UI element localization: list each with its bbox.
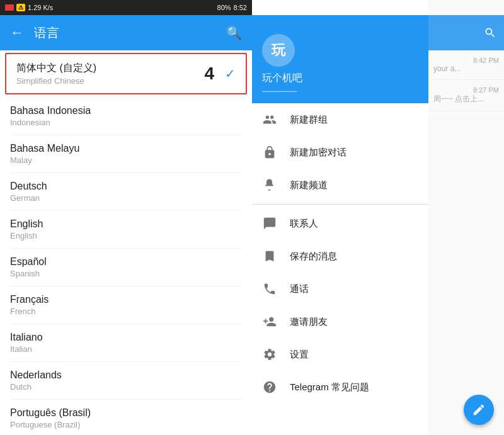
chat-list-item[interactable]: 8:42 PM your a... — [428, 50, 504, 80]
drawer-item-label: 通话 — [290, 283, 309, 295]
chat-header — [428, 15, 504, 50]
avatar: 玩 — [262, 34, 295, 67]
drawer-header: 玩 玩个机吧 ────── — [252, 15, 428, 103]
language-subtitle: Dutch — [10, 382, 242, 392]
phone-icon — [262, 281, 277, 297]
language-name: Français — [10, 294, 242, 305]
drawer-item-label: 新建群组 — [290, 114, 328, 126]
right-panel: ⚠ 0.11 K/s 80% 8:52 玩 玩个机吧 ────── 新建群组 — [252, 0, 504, 435]
warning-icon: ⚠ — [16, 4, 25, 11]
drawer-item-contacts[interactable]: 联系人 — [252, 207, 428, 240]
list-item[interactable]: Nederlands Dutch — [0, 362, 252, 399]
language-name: Deutsch — [10, 181, 242, 192]
chat-time: 8:42 PM — [433, 57, 499, 64]
list-item[interactable]: Français French — [0, 286, 252, 324]
back-button[interactable]: ← — [10, 25, 24, 41]
language-name: Português (Brasil) — [10, 407, 242, 419]
list-item[interactable]: 简体中文 (自定义) Simplified Chinese 4 ✓ — [5, 53, 247, 94]
language-subtitle: Portuguese (Brazil) — [10, 420, 242, 429]
drawer-item-invite[interactable]: 邀请朋友 — [252, 305, 428, 338]
battery-text: 80% — [217, 4, 231, 11]
edit-icon — [472, 403, 486, 417]
drawer-menu: 新建群组 新建加密对话 新建频道 联系人 — [252, 103, 428, 435]
drawer-item-saved[interactable]: 保存的消息 — [252, 240, 428, 273]
language-name: 简体中文 (自定义) — [16, 62, 236, 75]
check-icon: ✓ — [225, 66, 236, 81]
drawer-item-label: 联系人 — [290, 218, 318, 230]
chat-list-peek: 8:42 PM your a... 8:27 PM 周一~ 点击上... — [428, 0, 504, 435]
search-icon[interactable] — [484, 26, 496, 39]
bookmark-icon — [262, 249, 277, 264]
channel-icon — [262, 178, 277, 193]
language-list: 简体中文 (自定义) Simplified Chinese 4 ✓ Bahasa… — [0, 50, 252, 435]
list-item[interactable]: Bahasa Melayu Malay — [0, 135, 252, 172]
left-status-left: ⚠ 1.29 K/s — [5, 4, 53, 11]
speed-text: 1.29 K/s — [28, 4, 53, 11]
language-subtitle: Spanish — [10, 269, 242, 278]
person-add-icon — [262, 314, 277, 329]
drawer-item-new-group[interactable]: 新建群组 — [252, 103, 428, 136]
profile-name: 玩个机吧 — [262, 72, 418, 85]
list-item[interactable]: Deutsch German — [0, 173, 252, 210]
left-status-right: 80% 8:52 — [217, 4, 247, 11]
list-item[interactable]: Bahasa Indonesia Indonesian — [0, 98, 252, 135]
language-subtitle: French — [10, 307, 242, 316]
search-button[interactable]: 🔍 — [226, 25, 242, 40]
compose-fab[interactable] — [464, 395, 494, 425]
drawer-item-secret-chat[interactable]: 新建加密对话 — [252, 136, 428, 169]
list-item[interactable]: English English — [0, 211, 252, 248]
drawer-item-channel[interactable]: 新建频道 — [252, 169, 428, 201]
lock-icon — [262, 145, 277, 160]
chat-list-item[interactable]: 8:27 PM 周一~ 点击上... — [428, 80, 504, 111]
language-subtitle: Indonesian — [10, 118, 242, 127]
profile-phone: ────── — [262, 86, 418, 96]
contacts-icon — [262, 216, 277, 231]
language-name: Bahasa Indonesia — [10, 105, 242, 116]
language-subtitle: Italian — [10, 344, 242, 354]
page-title: 语言 — [34, 25, 216, 42]
drawer-item-settings[interactable]: 设置 — [252, 338, 428, 371]
drawer-item-label: 新建加密对话 — [290, 147, 346, 159]
badge-number: 4 — [204, 64, 214, 84]
language-name: Bahasa Melayu — [10, 143, 242, 154]
drawer-item-label: 邀请朋友 — [290, 316, 328, 328]
drawer-item-label: 设置 — [290, 349, 309, 361]
chat-preview: 周一~ 点击上... — [433, 94, 499, 105]
left-header: ← 语言 🔍 — [0, 15, 252, 50]
left-panel: ⚠ 1.29 K/s 80% 8:52 ← 语言 🔍 简体中文 (自定义) Si… — [0, 0, 252, 435]
drawer-item-label: 保存的消息 — [290, 251, 337, 263]
list-item[interactable]: Português (Brasil) Portuguese (Brazil) — [0, 400, 252, 435]
language-name: Italiano — [10, 332, 242, 343]
language-name: Español — [10, 256, 242, 268]
language-subtitle: German — [10, 193, 242, 203]
signal-icon — [5, 4, 14, 11]
language-subtitle: Simplified Chinese — [16, 76, 236, 86]
drawer-item-calls[interactable]: 通话 — [252, 273, 428, 305]
help-icon — [262, 380, 277, 395]
drawer-item-label: 新建频道 — [290, 179, 328, 191]
chat-preview: your a... — [433, 64, 499, 73]
drawer-item-label: Telegram 常见问题 — [290, 381, 369, 393]
language-subtitle: Malay — [10, 155, 242, 165]
chat-time: 8:27 PM — [433, 86, 499, 94]
group-icon — [262, 112, 277, 127]
list-item[interactable]: Español Spanish — [0, 249, 252, 286]
language-name: Nederlands — [10, 370, 242, 381]
time-text: 8:52 — [234, 4, 247, 11]
language-name: English — [10, 218, 242, 230]
navigation-drawer: ⚠ 0.11 K/s 80% 8:52 玩 玩个机吧 ────── 新建群组 — [252, 0, 428, 435]
separator — [252, 204, 428, 205]
drawer-item-faq[interactable]: Telegram 常见问题 — [252, 371, 428, 404]
settings-icon — [262, 347, 277, 362]
list-item[interactable]: Italiano Italian — [0, 324, 252, 361]
language-subtitle: English — [10, 231, 242, 240]
